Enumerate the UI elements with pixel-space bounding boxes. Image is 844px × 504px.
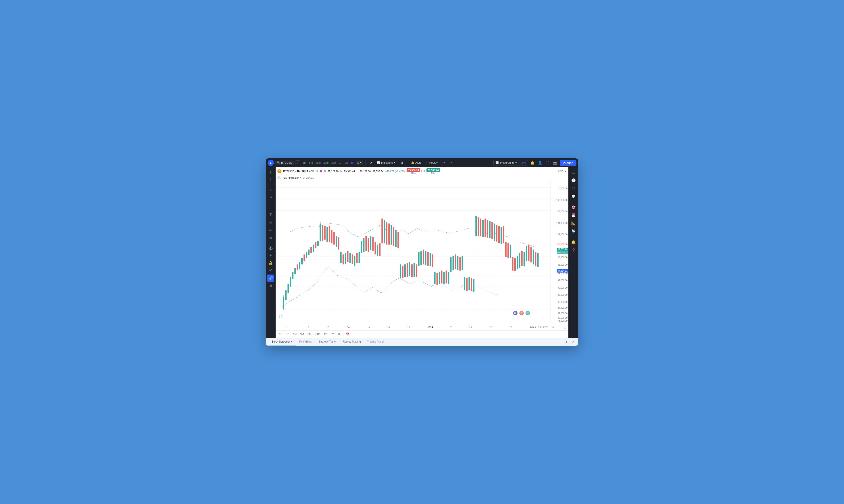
sell-price-badge[interactable]: 99,533.74 [407,168,420,172]
tf-1m[interactable]: 1M [301,161,307,165]
price-100k: 100,000.00 [556,243,567,246]
watchlist-button[interactable]: ☰ [570,168,577,176]
tf-6m[interactable]: 6M [306,332,313,337]
zoom-tool[interactable]: ⊕ [267,234,274,241]
time-icon-btn[interactable]: 🕐 [563,326,567,329]
tf-4h[interactable]: 4h [349,161,355,165]
svg-rect-46 [345,253,346,264]
publish-button[interactable]: Publish [560,160,577,166]
svg-rect-107 [480,219,481,236]
tv-watermark: 17 [278,315,283,319]
svg-rect-53 [361,241,362,253]
svg-rect-116 [500,227,502,244]
indicator-price-value: 94,254.31 [557,269,569,272]
price-110k: 110,000.00 [556,187,567,190]
tf-3m[interactable]: 3M [299,332,305,337]
bottom-controls: ▲ ⤢ [564,339,576,345]
playground-save-button[interactable]: ⬜ Playground ▼ | Save [493,160,528,165]
tf-selector: 1D 5D 1M 3M 6M YTD 1Y 5Y All 📅 [276,330,568,338]
history-button[interactable]: 🕐 [570,177,577,184]
crosshair-tool[interactable]: ✛ [267,168,274,176]
buy-price-badge[interactable]: 99,533.74 [426,168,440,172]
snapshot-button[interactable]: 📷 [552,160,558,166]
chart-header: ₿ BTCUSD · 4h · BINANCE 📊 🟣 O99,129.10 H… [276,167,568,175]
tab-stock-screener[interactable]: Stock Screener ▼ [268,338,296,345]
tf-ytd[interactable]: YTD [313,332,322,337]
svg-rect-83 [427,252,429,266]
calendar-button[interactable]: 📅 [570,212,577,219]
replay-button[interactable]: ⏮ Replay [424,160,439,165]
tf-1m[interactable]: 1M [292,332,298,337]
tf-5m[interactable]: 5m [308,161,314,165]
chat-button[interactable]: 💬 [570,193,577,200]
tv-logo[interactable]: ▲ [267,160,274,166]
chart-svg-area[interactable]: 17 🔄 😊 😊 [276,180,550,324]
undo-button[interactable]: ↩ [441,160,446,165]
tf-1h[interactable]: 1h [338,161,343,165]
target-button[interactable]: 🎯 [570,204,577,211]
line-tool[interactable]: ⌇ [267,176,274,183]
svg-rect-131 [535,252,536,266]
multi-tool[interactable]: ≡ [267,186,274,193]
tf-5d[interactable]: 5D [284,332,291,337]
magnet-tool[interactable]: ✦ [267,252,274,259]
notifications-button[interactable]: 🔔 [529,160,535,166]
svg-rect-81 [423,250,424,265]
price-78k: 78,000.00 [558,320,568,322]
svg-rect-124 [519,253,520,268]
pencil-tool[interactable]: ✏ [267,227,274,234]
tf-15m[interactable]: 15m [314,161,322,165]
svg-rect-94 [453,256,454,270]
help-button[interactable]: ❓ [570,247,577,254]
panel-expand-button[interactable]: ⤢ [570,339,576,345]
symbol-name[interactable]: BTCUSD · 4h · BINANCE [283,170,314,173]
svg-rect-129 [530,247,532,263]
tf-5y[interactable]: 5Y [329,332,335,337]
tf-1d[interactable]: 1D [277,332,284,337]
alerts-button[interactable]: 🔔 [570,239,577,246]
lock-tool[interactable]: 🔒 [267,259,274,267]
layers-button[interactable]: ⬡ [570,185,577,192]
alert-button[interactable]: 🔔 Alert [409,160,423,165]
tf-all[interactable]: All [336,332,342,337]
time-9: 9 [368,326,370,329]
svg-rect-23 [294,268,296,274]
tf-1y[interactable]: 1Y [322,332,329,337]
delete-tool[interactable]: 🗑 [267,282,274,289]
fib-tool[interactable]: ↗ [267,194,274,201]
profile-button[interactable]: 👤 [537,160,543,166]
tab-trading-panel[interactable]: Trading Panel [364,338,387,345]
anchor-tool[interactable]: ⚓ [267,244,274,251]
measure-tool[interactable]: ⋯ [267,201,274,209]
svg-rect-106 [478,217,479,236]
chart-settings-button[interactable]: ⚙ [368,160,374,165]
collapse-indicator-button[interactable]: ▲ [277,176,281,179]
redo-button[interactable]: ↪ [448,160,454,165]
tab-pine-editor[interactable]: Pine Editor [296,338,316,345]
svg-rect-59 [375,242,376,255]
ruler-button[interactable]: 📐 [570,220,577,227]
tab-strategy-tester[interactable]: Strategy Tester [316,338,340,345]
link-tool[interactable]: 🔗 [267,274,274,282]
tf-30m[interactable]: 30m [330,161,337,165]
currency-selector[interactable]: USD ▼ [558,170,567,173]
time-25: 25 [327,326,329,329]
symbol-search[interactable]: 🔍 BTCUSD [275,161,294,165]
tf-2h[interactable]: 2h [344,161,349,165]
emoji-tool[interactable]: ☺ [267,219,274,226]
indicators-button[interactable]: 📈 Indicators ▼ [375,160,398,165]
tab-replay-trading[interactable]: Replay Trading [340,338,364,345]
timeframe-select[interactable]: D ▼ [356,161,363,165]
add-symbol-button[interactable]: + [295,160,300,165]
signal-button[interactable]: 📡 [570,228,577,235]
svg-rect-130 [533,250,534,265]
time-axis: 11 18 25 Dec 9 16 23 2025 7 13 20 26 Feb… [276,324,568,330]
text-tool[interactable]: T [267,211,274,219]
fullscreen-button[interactable]: ⛶ [545,160,551,166]
panel-collapse-button[interactable]: ▲ [564,339,569,345]
eye-tool[interactable]: 👁 [267,267,274,274]
indicators-label: Indicators [381,161,393,164]
layout-button[interactable]: ⊞ [399,160,405,165]
tf-20m[interactable]: 20m [322,161,330,165]
tf-manage-button[interactable]: 📅 [345,331,350,337]
